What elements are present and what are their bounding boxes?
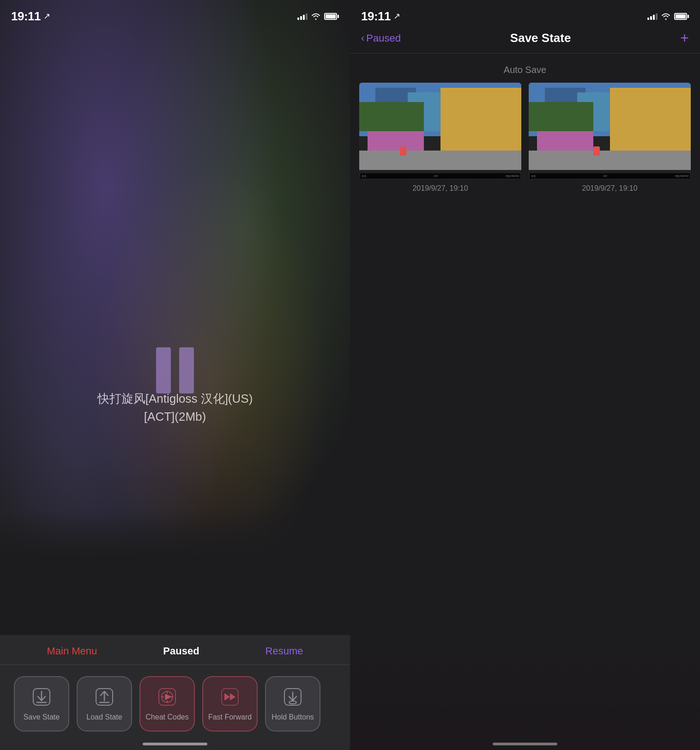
signal-icon	[297, 12, 308, 20]
left-home-indicator	[143, 743, 207, 745]
paused-label: Paused	[163, 645, 199, 657]
back-chevron-icon: ‹	[361, 32, 364, 44]
cheat-codes-button[interactable]: Cheat Codes	[139, 676, 195, 732]
screenshot-date-2: 2019/9/27, 19:10	[582, 184, 637, 193]
right-battery-icon	[674, 13, 689, 20]
fast-forward-label: Fast Forward	[208, 713, 252, 721]
pause-icon	[156, 347, 194, 393]
svg-point-19	[289, 701, 296, 704]
right-status-icons	[647, 12, 689, 20]
game-ground-1	[359, 151, 521, 170]
status-icons-right	[297, 12, 339, 20]
left-time: 19:11	[11, 9, 41, 24]
main-menu-button[interactable]: Main Menu	[47, 645, 97, 657]
right-location-icon: ↗	[393, 11, 400, 21]
svg-point-9	[165, 695, 169, 699]
right-wifi-icon	[661, 12, 670, 20]
svg-marker-16	[230, 693, 235, 701]
save-state-label: Save State	[24, 713, 60, 721]
right-home-indicator	[493, 743, 557, 745]
navigation-bar: ‹ Paused Save State +	[350, 25, 700, 54]
screenshot-thumb-1: 生命×5 名流 ////// 经验 000/033	[359, 83, 521, 180]
svg-marker-15	[224, 693, 230, 701]
location-icon: ↗	[43, 11, 50, 21]
hold-buttons-button[interactable]: Hold Buttons	[265, 676, 320, 732]
menu-row: Main Menu Paused Resume	[0, 635, 350, 665]
load-state-label: Load State	[86, 713, 122, 721]
right-time: 19:11	[361, 9, 391, 24]
pause-bar-right	[179, 347, 194, 393]
game-title: 快打旋风[Antigloss 汉化](US) [ACT](2Mb)	[97, 390, 253, 426]
fast-forward-button[interactable]: Fast Forward	[202, 676, 258, 732]
pause-bar-left	[156, 347, 171, 393]
back-label: Paused	[366, 32, 401, 44]
resume-button[interactable]: Resume	[266, 645, 303, 657]
battery-icon	[324, 13, 339, 20]
game-hud-bottom-1: 名流 ////// 经验 000/033	[360, 173, 520, 179]
character-2	[593, 146, 600, 156]
right-status-bar: 19:11 ↗	[350, 0, 700, 25]
page-title: Save State	[510, 31, 571, 45]
hold-buttons-label: Hold Buttons	[272, 713, 314, 721]
hold-buttons-icon	[282, 686, 304, 708]
game-screen-1: 生命×5 名流 ////// 经验 000/033	[359, 83, 521, 180]
wifi-icon	[311, 12, 320, 20]
load-state-icon	[93, 686, 115, 708]
game-wall-green-2	[529, 102, 593, 131]
auto-save-label: Auto Save	[350, 54, 700, 83]
bottom-bar: Main Menu Paused Resume Save State	[0, 635, 350, 750]
game-screen-2: 生命×5 名流 ////// 经验 000/033	[529, 83, 691, 180]
screenshot-item-1[interactable]: 生命×5 名流 ////// 经验 000/033	[359, 83, 521, 193]
save-state-button[interactable]: Save State	[14, 676, 69, 732]
cheat-codes-label: Cheat Codes	[145, 713, 188, 721]
game-wall-green-1	[359, 102, 424, 131]
screenshot-date-1: 2019/9/27, 19:10	[412, 184, 468, 193]
game-ground-2	[529, 151, 691, 170]
right-panel: 19:11 ↗ ‹ Paused Save S	[350, 0, 700, 750]
left-status-bar: 19:11 ↗	[0, 0, 350, 25]
action-buttons-grid: Save State Load State	[0, 665, 350, 736]
game-hud-bottom-2: 名流 ////// 经验 000/033	[530, 173, 690, 179]
left-panel: 19:11 ↗ 快打旋风[Antigloss 汉化	[0, 0, 350, 750]
cheat-codes-icon	[156, 686, 178, 708]
load-state-button[interactable]: Load State	[77, 676, 132, 732]
back-button[interactable]: ‹ Paused	[361, 32, 401, 44]
screenshot-item-2[interactable]: 生命×5 名流 ////// 经验 000/033	[529, 83, 691, 193]
right-bottom-overlay	[350, 611, 700, 750]
fast-forward-icon	[219, 686, 241, 708]
right-signal-icon	[647, 12, 658, 20]
add-button[interactable]: +	[680, 30, 689, 47]
screenshot-thumb-2: 生命×5 名流 ////// 经验 000/033	[529, 83, 691, 180]
save-state-icon	[30, 686, 53, 708]
character-1	[400, 146, 406, 156]
screenshots-row: 生命×5 名流 ////// 经验 000/033	[350, 83, 700, 193]
